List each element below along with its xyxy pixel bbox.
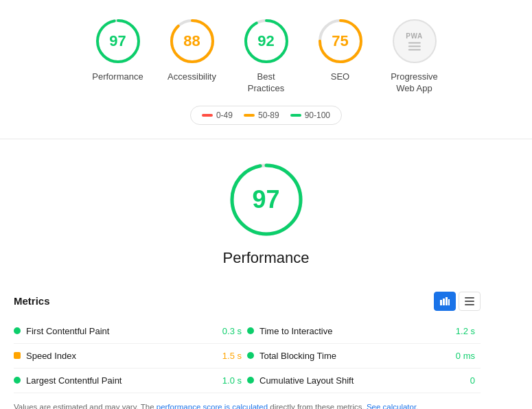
svg-rect-18 [465, 304, 474, 305]
legend-label-orange: 50-89 [258, 110, 279, 120]
metric-value-si: 1.5 s [222, 351, 242, 361]
metric-name-tbt: Total Blocking Time [259, 351, 450, 361]
metric-value-tti: 1.2 s [456, 326, 475, 336]
score-card-seo[interactable]: 75 SEO [313, 16, 368, 83]
score-card-best-practices[interactable]: 92 BestPractices [239, 16, 294, 95]
metric-row-cls: Cumulative Layout Shift 0 [247, 369, 481, 393]
legend-item-red: 0-49 [202, 110, 233, 120]
score-value-accessibility: 88 [183, 32, 200, 50]
score-value-performance: 97 [109, 32, 126, 50]
metric-value-tbt: 0 ms [456, 351, 475, 361]
metric-row-fcp: First Contentful Paint 0.3 s [14, 319, 247, 344]
score-card-performance[interactable]: 97 Performance [91, 16, 146, 83]
score-circle-best-practices: 92 [242, 16, 291, 66]
big-score-circle: 97 [225, 159, 308, 241]
metrics-header: Metrics [14, 292, 481, 311]
score-circle-accessibility: 88 [167, 16, 217, 66]
footnote-text-before: Values are estimated and may vary. The [14, 403, 157, 409]
score-circle-performance: 97 [93, 16, 143, 66]
svg-rect-14 [446, 297, 448, 305]
score-cards: 97 Performance 88 Accessibility [91, 16, 442, 95]
svg-rect-12 [440, 300, 442, 305]
metric-name-tti: Time to Interactive [259, 326, 450, 336]
svg-rect-15 [448, 299, 450, 305]
footnote: Values are estimated and may vary. The p… [0, 393, 494, 409]
svg-rect-16 [465, 297, 474, 299]
metrics-column-left: First Contentful Paint 0.3 s Speed Index… [14, 319, 247, 393]
metrics-title: Metrics [14, 295, 50, 307]
metrics-grid: First Contentful Paint 0.3 s Speed Index… [14, 319, 481, 393]
metric-row-tbt: Total Blocking Time 0 ms [247, 344, 481, 369]
legend-item-orange: 50-89 [244, 110, 279, 120]
svg-rect-17 [465, 301, 474, 302]
legend: 0-49 50-89 90-100 [190, 106, 342, 125]
toggle-list-view-button[interactable] [459, 292, 481, 311]
metric-dot-si [14, 352, 21, 359]
legend-dot-orange [244, 114, 255, 117]
score-circle-seo: 75 [316, 16, 365, 66]
score-label-accessibility: Accessibility [167, 71, 216, 83]
metric-row-lcp: Largest Contentful Paint 1.0 s [14, 369, 247, 393]
metric-value-fcp: 0.3 s [222, 326, 242, 336]
metric-name-si: Speed Index [26, 351, 217, 361]
metric-name-lcp: Largest Contentful Paint [26, 375, 217, 386]
metric-row-tti: Time to Interactive 1.2 s [247, 319, 481, 344]
score-circle-pwa: PWA [390, 16, 439, 66]
score-value-seo: 75 [332, 32, 348, 50]
metric-value-lcp: 1.0 s [222, 375, 242, 386]
footnote-link-score[interactable]: performance score is calculated [157, 403, 268, 409]
legend-dot-red [202, 114, 213, 117]
metric-dot-tbt [247, 352, 254, 359]
score-label-performance: Performance [92, 71, 143, 83]
footnote-link-calculator[interactable]: See calculator. [367, 403, 418, 409]
top-section: 97 Performance 88 Accessibility [0, 0, 532, 136]
performance-section: 97 Performance [0, 142, 532, 292]
view-toggle [434, 292, 481, 311]
metric-dot-cls [247, 377, 254, 384]
svg-rect-13 [443, 299, 445, 305]
footnote-text-middle: directly from these metrics. [268, 403, 367, 409]
metric-value-cls: 0 [470, 375, 475, 386]
legend-label-red: 0-49 [216, 110, 233, 120]
metric-dot-tti [247, 327, 254, 334]
performance-title: Performance [223, 249, 310, 267]
score-label-seo: SEO [331, 71, 349, 83]
legend-label-green: 90-100 [305, 110, 330, 120]
metric-row-si: Speed Index 1.5 s [14, 344, 247, 369]
score-label-best-practices: BestPractices [248, 71, 284, 95]
section-divider [0, 139, 532, 139]
metric-name-cls: Cumulative Layout Shift [259, 375, 465, 386]
score-card-accessibility[interactable]: 88 Accessibility [165, 16, 220, 83]
legend-dot-green [290, 114, 301, 117]
big-score-value: 97 [252, 185, 279, 214]
metric-dot-lcp [14, 377, 21, 384]
score-value-best-practices: 92 [257, 32, 274, 50]
metric-name-fcp: First Contentful Paint [26, 326, 217, 336]
score-card-pwa[interactable]: PWA ProgressiveWeb App [387, 16, 442, 95]
metrics-section: Metrics [0, 292, 494, 393]
legend-item-green: 90-100 [290, 110, 330, 120]
toggle-bar-chart-button[interactable] [434, 292, 456, 311]
metric-dot-fcp [14, 327, 21, 334]
metrics-column-right: Time to Interactive 1.2 s Total Blocking… [247, 319, 481, 393]
score-label-pwa: ProgressiveWeb App [391, 71, 438, 95]
